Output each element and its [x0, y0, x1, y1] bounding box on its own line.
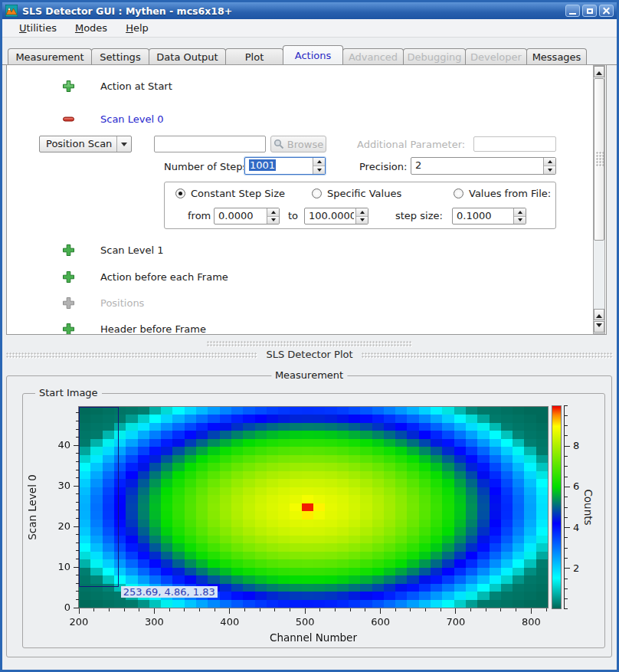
expand-plus-icon[interactable] [62, 323, 75, 335]
x-tick [93, 608, 94, 611]
x-tick [79, 608, 80, 614]
vertical-scrollbar[interactable] [593, 65, 605, 334]
number-of-steps-spinbox[interactable]: 1001 [244, 157, 326, 175]
steps-down-button[interactable] [313, 166, 325, 174]
x-tick [290, 608, 290, 611]
y-tick [76, 470, 79, 470]
additional-parameter-input [473, 136, 556, 152]
number-of-steps-label: Number of Steps: [164, 161, 251, 172]
step-down-button[interactable] [514, 217, 526, 225]
from-up-button[interactable] [267, 208, 279, 217]
from-down-button[interactable] [267, 217, 279, 225]
scroll-up-button[interactable] [594, 66, 604, 77]
values-from-file-radio[interactable] [454, 188, 463, 198]
from-value[interactable]: 0.0000 [218, 210, 265, 221]
x-tick-label: 400 [215, 616, 245, 628]
y-axis: 010203040 [46, 407, 79, 608]
colorbar-tick [565, 588, 568, 589]
y-tick [76, 543, 79, 543]
to-value[interactable]: 100.0000 [309, 210, 354, 221]
magnifier-icon [273, 139, 284, 149]
maximize-icon [587, 8, 593, 14]
grip-dots [596, 152, 604, 167]
specific-values-radio[interactable] [312, 188, 322, 198]
precision-up-button[interactable] [544, 158, 555, 166]
scroll-up-button-2[interactable] [594, 309, 604, 320]
from-spinbox[interactable]: 0.0000 [214, 208, 280, 225]
y-tick-label: 0 [49, 602, 70, 613]
x-tick [154, 608, 155, 614]
precision-down-button[interactable] [544, 166, 555, 174]
precision-value[interactable]: 2 [415, 159, 542, 171]
menu-modes[interactable]: Modes [70, 21, 113, 35]
scan-level-0-label: Scan Level 0 [100, 113, 163, 125]
tab-developer: Developer [465, 48, 527, 64]
to-up-button[interactable] [356, 208, 368, 217]
colorbar-title: Counts [582, 484, 594, 530]
steps-up-button[interactable] [313, 158, 325, 166]
x-tick [319, 608, 320, 611]
close-button[interactable] [599, 5, 614, 17]
colorbar-tick [565, 497, 568, 497]
to-down-button[interactable] [356, 217, 368, 225]
scroll-thumb[interactable] [594, 78, 604, 241]
combo-arrow[interactable] [116, 136, 131, 152]
colorbar-tick [565, 477, 568, 477]
x-tick [139, 608, 139, 611]
menu-utilities[interactable]: Utilities [14, 21, 62, 35]
title-bar[interactable]: SLS Detector GUI : Mythen - mcs6x18+ [2, 2, 617, 19]
y-tick [76, 534, 79, 535]
splitter-handle[interactable] [207, 341, 412, 347]
colorbar-tick [565, 507, 568, 508]
tab-measurement[interactable]: Measurement [8, 48, 92, 64]
step-size-spinbox[interactable]: 0.1000 [452, 208, 526, 225]
menu-help[interactable]: Help [120, 21, 154, 35]
y-tick-label: 10 [49, 561, 70, 572]
minimize-button[interactable] [565, 5, 580, 17]
colorbar-tick [565, 487, 570, 487]
collapse-minus-icon[interactable] [62, 113, 75, 126]
browse-label: Browse [287, 139, 323, 150]
step-mode-group: Constant Step Size Specific Values Value… [164, 182, 556, 229]
x-tick [215, 608, 215, 611]
tab-messages[interactable]: Messages [526, 48, 587, 64]
y-tick [76, 429, 79, 430]
maximize-button[interactable] [582, 5, 597, 17]
precision-label: Precision: [359, 161, 407, 172]
colorbar-tick [565, 579, 568, 579]
expand-plus-icon[interactable] [62, 244, 75, 257]
step-up-button[interactable] [514, 208, 526, 217]
to-spinbox[interactable]: 100.0000 [304, 208, 368, 225]
tab-actions[interactable]: Actions [283, 45, 343, 64]
scan-script-input[interactable] [154, 136, 266, 152]
y-tick [76, 599, 79, 600]
precision-spinbox[interactable]: 2 [411, 157, 556, 175]
app-icon[interactable] [5, 5, 18, 17]
expand-plus-icon[interactable] [62, 80, 75, 93]
y-tick [76, 559, 79, 559]
scan-mode-select[interactable]: Position Scan [39, 136, 132, 152]
step-size-value[interactable]: 0.1000 [457, 210, 512, 221]
tab-debugging: Debugging [403, 48, 466, 64]
tab-data-output[interactable]: Data Output [149, 48, 226, 64]
window-title: SLS Detector GUI : Mythen - mcs6x18+ [22, 5, 563, 17]
constant-step-radio[interactable] [175, 188, 185, 198]
scroll-down-button[interactable] [594, 321, 604, 333]
x-tick [425, 608, 426, 611]
scan-level-1-label: Scan Level 1 [100, 244, 163, 256]
colorbar-tick [565, 415, 568, 416]
tab-settings[interactable]: Settings [91, 48, 149, 64]
y-tick [76, 437, 79, 438]
tab-plot[interactable]: Plot [225, 48, 283, 64]
heatmap-canvas[interactable] [79, 407, 548, 608]
colorbar-tick [565, 446, 570, 447]
number-of-steps-value[interactable]: 1001 [249, 159, 276, 171]
colorbar-tick-label: 2 [573, 562, 591, 574]
expand-plus-icon[interactable] [62, 270, 75, 284]
y-tick [76, 412, 79, 413]
x-tick [305, 608, 306, 614]
colorbar-tick [565, 537, 568, 538]
x-tick [335, 608, 336, 611]
x-tick [486, 608, 486, 611]
x-tick-label: 300 [139, 616, 169, 628]
